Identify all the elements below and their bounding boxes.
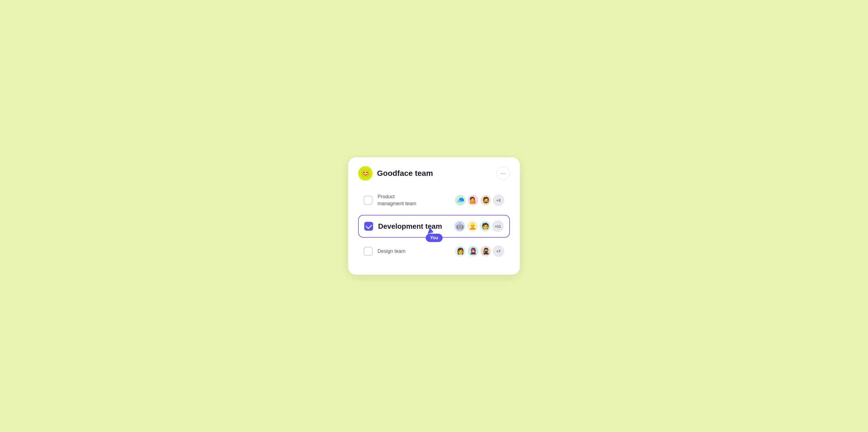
- avatar-1-product: 🧢: [455, 194, 466, 206]
- avatar-group-product: 🧢 💁 🧔 +3: [455, 194, 504, 206]
- avatar-1-design: 👩: [455, 246, 466, 257]
- avatar-count-design: +7: [493, 246, 504, 257]
- team-label-design: Design team: [377, 248, 450, 255]
- avatar-1-development: 🤖: [454, 221, 466, 232]
- header-left: 😊 Goodface team: [358, 166, 433, 180]
- team-name: Goodface team: [377, 169, 433, 178]
- team-row-development[interactable]: Development team 🤖 👱 🧑 +11 You: [358, 215, 510, 238]
- avatar-group-design: 👩 🧕 🥷 +7: [455, 246, 504, 257]
- avatar-count-development: +11: [492, 221, 504, 232]
- checkbox-product[interactable]: [364, 196, 373, 205]
- avatar-2-product: 💁: [467, 194, 479, 206]
- more-button[interactable]: ···: [497, 167, 510, 180]
- avatar-group-development: 🤖 👱 🧑 +11: [454, 221, 504, 232]
- avatar-3-design: 🥷: [480, 246, 492, 257]
- avatar-3-development: 🧑: [479, 221, 491, 232]
- cursor-container: You: [426, 228, 442, 242]
- avatar-3-product: 🧔: [480, 194, 492, 206]
- team-row-design[interactable]: Design team 👩 🧕 🥷 +7: [358, 240, 510, 262]
- avatar-count-product: +3: [493, 194, 504, 206]
- card-header: 😊 Goodface team ···: [358, 166, 510, 180]
- avatar-2-development: 👱: [467, 221, 478, 232]
- checkbox-development[interactable]: [364, 222, 373, 231]
- team-selection-card: 😊 Goodface team ··· Productmanagment tea…: [348, 157, 520, 275]
- team-label-product: Productmanagment team: [377, 193, 450, 207]
- cursor-arrow-icon: [426, 227, 433, 234]
- you-badge: You: [426, 234, 442, 242]
- checkbox-design[interactable]: [364, 247, 373, 256]
- team-row-product[interactable]: Productmanagment team 🧢 💁 🧔 +3: [358, 188, 510, 212]
- avatar-2-design: 🧕: [467, 246, 479, 257]
- team-icon: 😊: [358, 166, 373, 180]
